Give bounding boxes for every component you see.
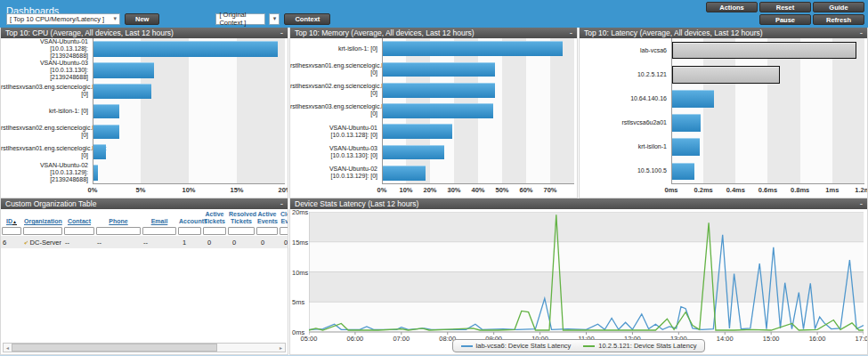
bar-label: VSAN-Ubuntu-03 [10.0.13.130]: [0] bbox=[290, 145, 382, 159]
x-tick-label: 0% bbox=[88, 186, 98, 194]
filter-input-active-tickets[interactable] bbox=[203, 227, 226, 235]
x-tick-label: 0ms bbox=[664, 186, 677, 194]
column-header-active-tickets[interactable]: Active Tickets bbox=[202, 209, 227, 226]
table-cell: 0 bbox=[256, 236, 279, 248]
column-header-accounts[interactable]: Accounts bbox=[177, 209, 202, 226]
bar-label: lab-vcsa6 bbox=[580, 47, 671, 54]
organization-cell[interactable]: DC-Server bbox=[22, 236, 63, 248]
bar[interactable] bbox=[383, 124, 452, 139]
bar-track bbox=[382, 80, 574, 101]
new-button[interactable]: New bbox=[125, 13, 159, 25]
top-panel-row: Top 10: CPU (Average, All devices, Last … bbox=[0, 28, 868, 198]
scrollbar-thumb[interactable] bbox=[12, 344, 217, 352]
collapse-icon[interactable]: - bbox=[860, 29, 863, 36]
filter-input-organization[interactable] bbox=[23, 227, 62, 235]
bar[interactable] bbox=[672, 163, 694, 181]
bar-track bbox=[93, 38, 285, 60]
bar[interactable] bbox=[93, 41, 278, 56]
column-header-id[interactable]: ID▲ bbox=[1, 209, 22, 226]
org-table-panel: Custom Organization Table - ID▲Organizat… bbox=[0, 198, 288, 355]
bar[interactable] bbox=[672, 138, 700, 156]
context-button[interactable]: Context bbox=[284, 13, 330, 25]
bar-row: rstlhesxvsan03.eng.sciencelogic.local:[0… bbox=[290, 101, 577, 121]
dashboard-page: Dashboards [ Top 10 CPU/Memory/Latency ]… bbox=[0, 0, 868, 356]
legend-item[interactable]: lab-vcsa6: Device Stats Latency bbox=[461, 342, 572, 350]
column-header-contact[interactable]: Contact bbox=[63, 209, 95, 226]
bar[interactable] bbox=[383, 166, 426, 181]
bar[interactable] bbox=[93, 125, 119, 139]
bar[interactable] bbox=[93, 84, 151, 98]
bar[interactable] bbox=[383, 62, 495, 77]
bar[interactable] bbox=[383, 103, 493, 118]
bar-track bbox=[671, 159, 864, 183]
bar-row: lab-vcsa6 bbox=[580, 38, 867, 62]
bar-label: VSAN-Ubuntu-01 [10.0.13.128]: [0] bbox=[290, 125, 382, 139]
bar-label: rstlhesxvsan01.eng.sciencelogic.local:[0… bbox=[290, 62, 382, 77]
x-tick-label: 0% bbox=[377, 186, 387, 194]
bar[interactable] bbox=[383, 41, 563, 56]
key-icon bbox=[24, 239, 28, 247]
reset-button[interactable]: Reset bbox=[759, 2, 811, 12]
bar[interactable] bbox=[383, 145, 444, 160]
bar[interactable] bbox=[672, 42, 856, 60]
scroll-right-icon[interactable]: ► bbox=[277, 344, 285, 352]
bar[interactable] bbox=[93, 104, 119, 118]
x-tick-label: 0.8ms bbox=[791, 186, 809, 194]
context-select-arrow[interactable]: ▾ bbox=[269, 13, 280, 25]
device-latency-panel: Device Stats Latency (Last 12 hours) - 0… bbox=[289, 198, 868, 355]
x-tick-label: 30% bbox=[447, 186, 460, 194]
memory-bar-chart: krt-isilon-1: [0]rstlhesxvsan01.eng.scie… bbox=[290, 38, 577, 197]
filter-input-email[interactable] bbox=[142, 227, 176, 235]
column-header-cleared-events[interactable]: Cleared Events bbox=[279, 209, 288, 226]
filter-input-resolved-tickets[interactable] bbox=[228, 227, 255, 235]
bar-track bbox=[93, 60, 285, 81]
filter-input-phone[interactable] bbox=[96, 227, 141, 235]
x-tick-label: 60% bbox=[519, 186, 532, 194]
bar[interactable] bbox=[672, 90, 714, 108]
table-cell: 6 bbox=[1, 236, 22, 248]
collapse-icon[interactable]: - bbox=[280, 29, 283, 36]
bar[interactable] bbox=[93, 144, 106, 158]
bar-label: rstlhesxvsan02.eng.sciencelogic.local:[0… bbox=[290, 83, 382, 97]
sort-asc-icon: ▲ bbox=[12, 219, 17, 224]
column-header-resolved-tickets[interactable]: Resolved Tickets bbox=[227, 209, 256, 226]
collapse-icon[interactable]: - bbox=[570, 29, 572, 36]
legend-swatch-icon bbox=[461, 345, 473, 347]
app-header: Dashboards [ Top 10 CPU/Memory/Latency ]… bbox=[0, 0, 868, 28]
pause-button[interactable]: Pause bbox=[759, 14, 811, 25]
table-horizontal-scrollbar[interactable]: ◄ ► bbox=[3, 343, 286, 352]
bar[interactable] bbox=[383, 83, 495, 98]
column-header-email[interactable]: Email bbox=[142, 209, 177, 226]
dashboard-select[interactable]: [ Top 10 CPU/Memory/Latency ] ▾ bbox=[6, 13, 120, 25]
bar[interactable] bbox=[672, 114, 701, 132]
bar-row: krt-isilon-1: [0] bbox=[1, 101, 288, 122]
actions-button[interactable]: Actions bbox=[706, 2, 758, 12]
y-tick-label: 10ms bbox=[292, 269, 308, 277]
refresh-button[interactable]: Refresh bbox=[813, 14, 864, 25]
bar[interactable] bbox=[672, 66, 780, 84]
collapse-icon[interactable]: - bbox=[280, 200, 283, 207]
cpu-bar-chart: VSAN-Ubuntu-01 [10.0.13.128]:[2139248688… bbox=[1, 38, 288, 197]
bar-track bbox=[382, 121, 574, 142]
column-header-active-events[interactable]: Active Events bbox=[256, 209, 279, 226]
bar-label: rstlhesxvsan03.eng.sciencelogic.local:[0… bbox=[290, 103, 382, 117]
collapse-icon[interactable]: - bbox=[860, 200, 863, 207]
column-header-organization[interactable]: Organization bbox=[22, 209, 63, 226]
scroll-left-icon[interactable]: ◄ bbox=[4, 344, 12, 352]
bar-label: 10.5.100.5 bbox=[580, 167, 671, 174]
legend-item[interactable]: 10.2.5.121: Device Stats Latency bbox=[583, 342, 696, 350]
column-header-phone[interactable]: Phone bbox=[95, 209, 142, 226]
bar[interactable] bbox=[93, 165, 98, 180]
bar[interactable] bbox=[93, 62, 154, 77]
filter-input-cleared-events[interactable] bbox=[280, 227, 288, 235]
guide-button[interactable]: Guide bbox=[813, 2, 864, 12]
memory-panel-title: Top 10: Memory (Average, All devices, La… bbox=[295, 28, 475, 37]
filter-input-contact[interactable] bbox=[64, 227, 94, 235]
context-select[interactable]: [ Original Context ] bbox=[215, 13, 265, 25]
filter-input-accounts[interactable] bbox=[178, 227, 201, 235]
y-tick-label: 20ms bbox=[292, 208, 308, 216]
table-cell: -- bbox=[142, 236, 177, 248]
device-latency-chart: 0ms5ms10ms15ms20ms05:0006:0007:0008:0009… bbox=[290, 209, 867, 354]
filter-input-active-events[interactable] bbox=[256, 227, 278, 235]
filter-input-id[interactable] bbox=[2, 227, 21, 235]
